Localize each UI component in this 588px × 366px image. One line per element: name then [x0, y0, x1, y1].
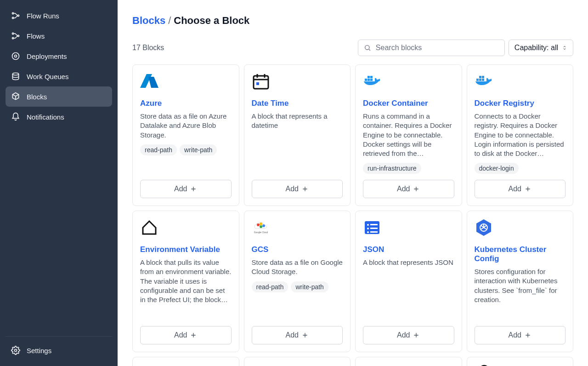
card-title[interactable]: Azure [140, 99, 232, 108]
svg-point-8 [12, 73, 18, 75]
card-title[interactable]: Docker Registry [475, 99, 566, 108]
kubernetes-icon [475, 218, 493, 237]
notifications-icon [11, 112, 20, 121]
work-queues-icon [11, 72, 20, 81]
svg-rect-13 [365, 79, 367, 81]
sidebar-item-flows[interactable]: Flows [6, 26, 112, 46]
capability-label: Capability: all [514, 44, 558, 52]
add-button[interactable]: Add [475, 326, 566, 344]
block-card-folder [244, 357, 351, 366]
tag: run-infrastructure [363, 163, 421, 174]
svg-point-2 [17, 15, 19, 16]
tag: write-path [291, 281, 328, 292]
breadcrumb-root[interactable]: Blocks [132, 15, 165, 26]
card-title[interactable]: Date Time [252, 99, 343, 108]
card-title[interactable]: JSON [363, 245, 454, 254]
gear-icon [11, 346, 20, 355]
block-card-json: JSON A block that represents JSON Add [355, 211, 462, 352]
sidebar-item-settings[interactable]: Settings [6, 340, 112, 360]
sidebar-item-notifications[interactable]: Notifications [6, 107, 112, 127]
sidebar-item-blocks[interactable]: Blocks [6, 86, 112, 107]
svg-rect-12 [256, 82, 259, 85]
card-desc: Stores configuration for interaction wit… [475, 267, 566, 304]
block-card-kubernetes-job: Kubernetes Job [132, 357, 239, 366]
tag: write-path [180, 144, 217, 155]
add-button[interactable]: Add [475, 180, 566, 198]
plus-icon [524, 332, 531, 339]
card-desc: A block that pulls its value from an env… [140, 258, 232, 304]
svg-point-4 [12, 37, 14, 39]
card-desc: Connects to a Docker registry. Requires … [475, 112, 566, 158]
search-input[interactable] [376, 44, 499, 52]
card-desc: Store data as a file on Azure Datalake a… [140, 112, 232, 140]
card-title[interactable]: Docker Container [363, 99, 454, 108]
plus-icon [413, 332, 420, 339]
svg-rect-14 [368, 79, 370, 81]
block-card-cloud [467, 357, 574, 366]
block-card-azure: Azure Store data as a file on Azure Data… [132, 64, 239, 206]
add-button[interactable]: Add [363, 180, 454, 198]
card-title[interactable]: Environment Variable [140, 245, 232, 254]
block-card-docker-container: Docker Container Runs a command in a con… [355, 64, 462, 206]
svg-point-33 [367, 231, 369, 233]
sidebar-label: Notifications [27, 113, 64, 121]
add-button[interactable]: Add [252, 326, 343, 344]
breadcrumb-separator: / [165, 15, 174, 26]
block-card-gcs: Google Cloud GCS Store data as a file on… [244, 211, 351, 352]
svg-rect-22 [482, 76, 484, 78]
svg-rect-20 [482, 79, 484, 81]
main-content: Blocks/Choose a Block 17 Blocks Capabili… [118, 0, 588, 366]
sidebar-bottom: Settings [6, 336, 112, 360]
gcs-icon: Google Cloud [252, 218, 270, 237]
search-icon [364, 44, 371, 51]
add-button[interactable]: Add [140, 180, 232, 198]
block-count: 17 Blocks [132, 44, 164, 52]
plus-icon [524, 185, 531, 193]
svg-point-25 [262, 224, 265, 227]
block-card-docker-registry: Docker Registry Connects to a Docker reg… [467, 64, 574, 206]
cloud-icon [475, 363, 493, 366]
sidebar-label: Flows [27, 32, 45, 40]
block-card-environment-variable: Environment Variable A block that pulls … [132, 211, 239, 352]
card-tags: docker-login [475, 163, 566, 174]
card-desc: A block that represents JSON [363, 258, 454, 267]
block-card-date-time: Date Time A block that represents a date… [244, 64, 351, 206]
svg-point-31 [367, 228, 369, 229]
sidebar-item-flow-runs[interactable]: Flow Runs [6, 6, 112, 26]
svg-point-3 [12, 33, 14, 34]
capability-select[interactable]: Capability: all [509, 40, 573, 56]
svg-point-5 [17, 35, 19, 36]
tag: read-path [252, 281, 288, 292]
add-button[interactable]: Add [363, 326, 454, 344]
svg-rect-34 [370, 231, 378, 233]
card-title[interactable]: Kubernetes Cluster Config [475, 245, 566, 263]
breadcrumb: Blocks/Choose a Block [132, 15, 573, 27]
add-button[interactable]: Add [252, 180, 343, 198]
svg-point-26 [260, 225, 262, 228]
sidebar-nav: Flow Runs Flows Deployments Work Queues … [6, 6, 112, 332]
svg-point-7 [15, 55, 17, 57]
card-desc: Runs a command in a container. Requires … [363, 112, 454, 158]
svg-rect-17 [370, 76, 373, 78]
svg-rect-18 [476, 79, 479, 81]
card-title[interactable]: GCS [252, 245, 343, 254]
svg-point-10 [365, 46, 369, 50]
svg-point-24 [260, 223, 262, 225]
json-icon [363, 218, 381, 237]
controls-right: Capability: all [358, 40, 573, 56]
deployments-icon [11, 51, 20, 61]
sidebar: Flow Runs Flows Deployments Work Queues … [0, 0, 118, 366]
add-button[interactable]: Add [140, 326, 232, 344]
sidebar-label: Blocks [27, 93, 47, 101]
blocks-icon [11, 92, 20, 101]
search-wrap[interactable] [358, 40, 505, 56]
plus-icon [301, 332, 309, 339]
sidebar-item-deployments[interactable]: Deployments [6, 46, 112, 66]
sidebar-item-work-queues[interactable]: Work Queues [6, 66, 112, 86]
svg-point-1 [12, 17, 14, 18]
folder-icon [252, 363, 270, 366]
plus-icon [190, 332, 197, 339]
svg-text:Google Cloud: Google Cloud [254, 231, 268, 234]
sidebar-label: Work Queues [27, 73, 68, 80]
svg-point-6 [12, 53, 19, 60]
